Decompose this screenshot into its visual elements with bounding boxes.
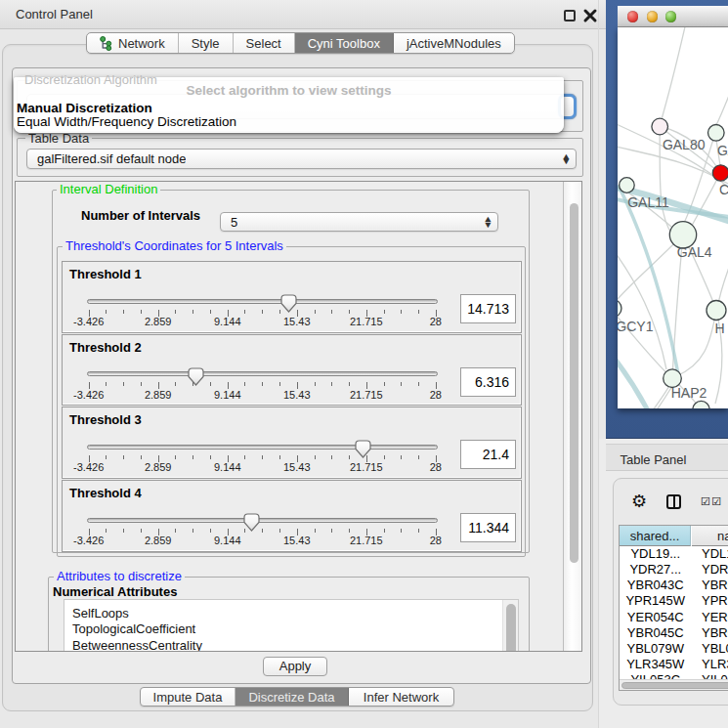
settings-viewport: Interval Definition Number of Intervals … [16, 182, 563, 651]
slider-tick-label: 9.144 [214, 316, 241, 327]
table-data-select-value: galFiltered.sif default node [27, 151, 186, 166]
threshold-value-field[interactable]: 11.344 [460, 513, 516, 542]
slider-minor-tick [141, 382, 142, 386]
tab-cyni-toolbox[interactable]: Cyni Toolbox [295, 33, 394, 53]
threshold-value-field[interactable]: 21.4 [460, 440, 516, 469]
network-node-ga[interactable] [708, 124, 725, 141]
slider-minor-tick [331, 529, 332, 533]
threshold-value-field[interactable]: 6.316 [460, 367, 516, 397]
table-row[interactable]: YDR27... YDR2 [620, 562, 728, 578]
slider-tick-label: 2.859 [145, 461, 172, 473]
algorithm-option-1[interactable]: Manual Discretization [17, 101, 152, 115]
slider-minor-tick [123, 529, 124, 533]
tab-jactivemnodules[interactable]: jActiveMNodules [394, 33, 514, 53]
slider-tick-label: 15.43 [283, 316, 311, 327]
number-of-intervals-select[interactable]: 5 ▲▼ [220, 212, 498, 232]
numerical-attributes-list[interactable]: SelfLoopsTopologicalCoefficientBetweenne… [64, 599, 519, 651]
threshold-slider-track[interactable] [87, 371, 438, 376]
control-panel-window: Control Panel NetworkStyleSelectCyni Too… [0, 0, 606, 728]
table-row[interactable]: YBR043C YBR0 [620, 578, 728, 593]
slider-minor-tick [349, 455, 350, 459]
tab-impute-data[interactable]: Impute Data [141, 688, 236, 706]
zoom-traffic-icon[interactable] [665, 11, 677, 22]
attributes-scrollbar-thumb[interactable] [506, 604, 516, 651]
network-node-gal80[interactable] [652, 118, 668, 135]
table-row[interactable]: YDL19... YDL1 [620, 546, 728, 562]
gear-icon[interactable]: ⚙ [631, 491, 647, 512]
tab-select[interactable]: Select [234, 33, 295, 53]
float-window-icon[interactable] [564, 10, 576, 21]
settings-scrollbar-thumb[interactable] [570, 203, 578, 563]
attribute-item[interactable]: SelfLoops [72, 605, 129, 621]
apply-button[interactable]: Apply [263, 657, 327, 676]
network-edge [676, 310, 716, 376]
slider-minor-tick [262, 455, 263, 459]
network-node-label: C [719, 181, 728, 196]
column-header-name[interactable]: na [692, 526, 728, 546]
attributes-to-discretize-group-title: Attributes to discretize [54, 571, 185, 582]
columns-icon[interactable] [666, 494, 681, 509]
minimize-traffic-icon[interactable] [647, 11, 659, 22]
threshold-slider-track[interactable] [87, 299, 438, 304]
threshold-slider-thumb[interactable] [188, 367, 204, 386]
table-row[interactable]: YLR345W YLR3 [620, 657, 728, 672]
threshold-slider-thumb[interactable] [243, 513, 260, 532]
tab-infer-network[interactable]: Infer Network [349, 688, 453, 706]
cell-shared-name: YLR345W [620, 657, 692, 672]
slider-minor-tick [210, 455, 211, 459]
network-node-gcy1[interactable] [618, 299, 621, 317]
network-node-label: GAL80 [663, 136, 706, 151]
network-node-label: GAL11 [627, 193, 669, 209]
slider-minor-tick [401, 529, 402, 533]
tab-discretize-data[interactable]: Discretize Data [236, 688, 349, 706]
cyni-mode-tabs: Impute DataDiscretize DataInfer Network [140, 687, 454, 707]
slider-tick-label: 28 [430, 316, 442, 327]
network-edge-highlighted [619, 186, 678, 374]
select-columns-icon[interactable]: ☑☑ [701, 495, 723, 508]
attribute-item[interactable]: TopologicalCoefficient [72, 621, 195, 637]
slider-tick-label: 28 [430, 461, 442, 473]
network-node-h[interactable] [707, 300, 726, 320]
threshold-slider-thumb[interactable] [355, 440, 371, 458]
algorithm-option-2[interactable]: Equal Width/Frequency Discretization [17, 114, 236, 129]
network-node-c[interactable] [712, 164, 728, 180]
table-data-group-title: Table Data [25, 133, 92, 145]
threshold-slider-track[interactable] [87, 518, 438, 523]
close-icon[interactable] [582, 8, 598, 23]
network-node-label: HAP2 [671, 384, 707, 400]
attribute-item[interactable]: BetweennessCentrality [72, 637, 202, 651]
slider-minor-tick [384, 310, 385, 314]
slider-minor-tick [106, 382, 107, 386]
tab-style[interactable]: Style [179, 33, 234, 53]
table-row[interactable]: YBL079W YBL0 [620, 641, 728, 657]
slider-minor-tick [315, 529, 316, 533]
table-hscrollbar-thumb[interactable] [621, 682, 728, 690]
slider-tick-label: 28 [430, 389, 442, 401]
close-traffic-icon[interactable] [627, 11, 639, 22]
column-header-shared-name[interactable]: shared... [620, 526, 691, 546]
tab-label: Infer Network [364, 690, 439, 705]
slider-minor-tick [384, 382, 385, 386]
threshold-slider-thumb[interactable] [280, 294, 297, 313]
table-hscrollbar[interactable] [620, 679, 728, 690]
number-of-intervals-value: 5 [221, 215, 237, 230]
slider-minor-tick [262, 529, 263, 533]
cell-shared-name: YPR145W [620, 593, 692, 609]
settings-scrollbar[interactable] [563, 182, 581, 651]
table-row[interactable]: YER054C YER0 [620, 610, 728, 625]
slider-tick-label: 15.43 [283, 535, 311, 546]
table-data-select[interactable]: galFiltered.sif default node ▲▼ [26, 149, 577, 169]
network-canvas[interactable]: GAL80GACGAL11GAL4GCY1HHAP2 [618, 27, 728, 408]
cell-name: YDR2 [702, 562, 728, 578]
table-row[interactable]: YPR145W YPR1 [620, 593, 728, 609]
network-view-window: GAL80GACGAL11GAL4GCY1HHAP2 [606, 0, 728, 439]
threshold-slider-track[interactable] [87, 445, 438, 450]
tab-label: Style [192, 36, 220, 51]
table-row[interactable]: YBR045C YBR0 [620, 625, 728, 641]
network-node-label: GA [717, 143, 728, 158]
attributes-scrollbar[interactable] [502, 600, 518, 651]
slider-tick-label: 2.859 [145, 389, 172, 401]
threshold-value-field[interactable]: 14.713 [460, 294, 516, 323]
tab-network[interactable]: Network [87, 33, 179, 53]
network-node-gal11[interactable] [620, 177, 635, 193]
